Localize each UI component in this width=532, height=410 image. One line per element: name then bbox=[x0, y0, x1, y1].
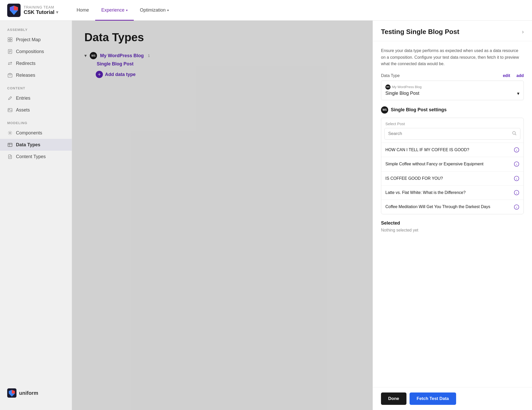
sidebar-item-data-types[interactable]: Data Types bbox=[0, 139, 72, 151]
svg-line-16 bbox=[11, 97, 12, 97]
selected-title: Selected bbox=[381, 220, 524, 226]
post-title: Simple Coffee without Fancy or Expensive… bbox=[385, 161, 514, 167]
sidebar-item-entries[interactable]: Entries bbox=[0, 92, 72, 104]
main-layout: ASSEMBLY Project Map Compositions Redire… bbox=[0, 21, 532, 410]
svg-text:i: i bbox=[516, 177, 517, 180]
panel-title: Testing Single Blog Post bbox=[381, 28, 459, 36]
svg-rect-20 bbox=[8, 143, 12, 147]
svg-text:i: i bbox=[516, 206, 517, 209]
settings-header: WS Single Blog Post settings bbox=[381, 106, 524, 114]
data-type-dropdown[interactable]: WS My WordPress Blog Single Blog Post ▾ bbox=[381, 81, 524, 100]
svg-rect-14 bbox=[8, 74, 12, 77]
post-title: HOW CAN I TELL IF MY COFFEE IS GOOD? bbox=[385, 147, 514, 153]
document-icon bbox=[7, 154, 13, 159]
dropdown-ws-badge: WS bbox=[385, 84, 391, 90]
uniform-logo-bottom: uniform bbox=[0, 383, 72, 403]
info-icon[interactable]: i bbox=[514, 176, 519, 181]
info-icon[interactable]: i bbox=[514, 147, 519, 153]
sidebar-item-releases[interactable]: Releases bbox=[0, 69, 72, 81]
svg-line-29 bbox=[515, 134, 516, 135]
image-icon bbox=[7, 107, 13, 113]
sidebar-item-assets[interactable]: Assets bbox=[0, 104, 72, 116]
info-icon[interactable]: i bbox=[514, 190, 519, 195]
nav-experience-chevron-icon: ▾ bbox=[126, 8, 128, 12]
svg-rect-5 bbox=[10, 38, 12, 39]
dropdown-sub-label: WS My WordPress Blog bbox=[385, 84, 519, 90]
box-icon bbox=[7, 72, 13, 78]
right-panel: Testing Single Blog Post › Ensure your d… bbox=[373, 21, 532, 410]
data-type-field-label: Data Type bbox=[381, 73, 400, 78]
brand-team-label: TRAINING TEAM bbox=[24, 5, 58, 9]
content-section-label: CONTENT bbox=[0, 86, 72, 90]
panel-footer: Done Fetch Test Data bbox=[373, 387, 532, 410]
select-post-label: Select Post bbox=[381, 118, 524, 128]
nav-home[interactable]: Home bbox=[70, 0, 95, 21]
list-item[interactable]: IS COFFEE GOOD FOR YOU? i bbox=[381, 171, 524, 185]
content-area: Data Types ▾ WS My WordPress Blog 1 Sing… bbox=[72, 21, 373, 410]
add-link-button[interactable]: add bbox=[517, 73, 524, 78]
svg-rect-7 bbox=[10, 40, 12, 42]
done-button[interactable]: Done bbox=[381, 392, 406, 405]
sidebar-item-content-types[interactable]: Content Types bbox=[0, 151, 72, 163]
settings-box: Select Post HOW CAN I TELL IF MY COFFEE … bbox=[381, 118, 524, 214]
pencil-icon bbox=[7, 95, 13, 101]
list-item[interactable]: Latte vs. Flat White: What is the Differ… bbox=[381, 185, 524, 200]
main-nav: Home Experience ▾ Optimization ▾ bbox=[70, 0, 175, 20]
sidebar-item-redirects[interactable]: Redirects bbox=[0, 57, 72, 69]
info-icon[interactable]: i bbox=[514, 204, 519, 210]
post-title: IS COFFEE GOOD FOR YOU? bbox=[385, 176, 514, 181]
table-icon bbox=[7, 142, 13, 148]
post-title: Coffee Meditation Will Get You Through t… bbox=[385, 204, 514, 210]
info-icon[interactable]: i bbox=[514, 161, 519, 167]
svg-rect-6 bbox=[8, 40, 10, 42]
nav-optimization[interactable]: Optimization ▾ bbox=[134, 0, 175, 21]
search-icon bbox=[512, 131, 517, 137]
selected-empty: Nothing selected yet bbox=[381, 228, 524, 233]
grid-icon bbox=[7, 37, 13, 42]
brand-name-label[interactable]: CSK Tutorial ▾ bbox=[24, 9, 58, 15]
search-box[interactable] bbox=[384, 128, 520, 140]
svg-point-19 bbox=[9, 132, 11, 134]
arrows-icon bbox=[7, 61, 13, 66]
uniform-logo-icon bbox=[7, 388, 16, 398]
brand-logo-icon bbox=[7, 4, 21, 17]
top-nav: TRAINING TEAM CSK Tutorial ▾ Home Experi… bbox=[0, 0, 532, 21]
sidebar-item-components[interactable]: Components bbox=[0, 127, 72, 139]
panel-header: Testing Single Blog Post › bbox=[373, 21, 532, 41]
svg-text:i: i bbox=[516, 148, 517, 151]
search-input[interactable] bbox=[388, 131, 509, 136]
file-icon bbox=[7, 49, 13, 54]
sidebar-item-project-map[interactable]: Project Map bbox=[0, 34, 72, 46]
data-type-label-row: Data Type edit add bbox=[381, 73, 524, 78]
settings-title: Single Blog Post settings bbox=[391, 107, 447, 113]
settings-ws-badge: WS bbox=[381, 106, 388, 114]
gear-icon bbox=[7, 130, 13, 136]
sidebar: ASSEMBLY Project Map Compositions Redire… bbox=[0, 21, 72, 410]
sidebar-item-compositions[interactable]: Compositions bbox=[0, 46, 72, 57]
list-item[interactable]: Coffee Meditation Will Get You Through t… bbox=[381, 200, 524, 214]
modeling-section-label: MODELING bbox=[0, 121, 72, 125]
dropdown-value-row: Single Blog Post ▾ bbox=[385, 91, 519, 96]
post-title: Latte vs. Flat White: What is the Differ… bbox=[385, 190, 514, 195]
list-item[interactable]: Simple Coffee without Fancy or Expensive… bbox=[381, 157, 524, 171]
dropdown-chevron-icon: ▾ bbox=[517, 91, 519, 96]
assembly-section-label: ASSEMBLY bbox=[0, 28, 72, 32]
list-item[interactable]: HOW CAN I TELL IF MY COFFEE IS GOOD? i bbox=[381, 143, 524, 157]
selected-section: Selected Nothing selected yet bbox=[381, 220, 524, 233]
fetch-test-data-button[interactable]: Fetch Test Data bbox=[410, 392, 456, 405]
svg-point-18 bbox=[9, 109, 10, 110]
modal-overlay[interactable] bbox=[72, 21, 373, 410]
brand-area[interactable]: TRAINING TEAM CSK Tutorial ▾ bbox=[7, 4, 58, 17]
panel-description: Ensure your data type performs as expect… bbox=[381, 47, 524, 67]
nav-optimization-chevron-icon: ▾ bbox=[167, 8, 169, 12]
uniform-text: uniform bbox=[19, 390, 38, 396]
nav-experience[interactable]: Experience ▾ bbox=[95, 0, 134, 21]
panel-body: Ensure your data type performs as expect… bbox=[373, 41, 532, 387]
edit-button[interactable]: edit bbox=[503, 73, 510, 78]
close-icon[interactable]: › bbox=[522, 29, 524, 35]
brand-text: TRAINING TEAM CSK Tutorial ▾ bbox=[24, 5, 58, 15]
svg-text:i: i bbox=[516, 163, 517, 166]
svg-text:i: i bbox=[516, 191, 517, 194]
svg-rect-4 bbox=[8, 38, 10, 39]
